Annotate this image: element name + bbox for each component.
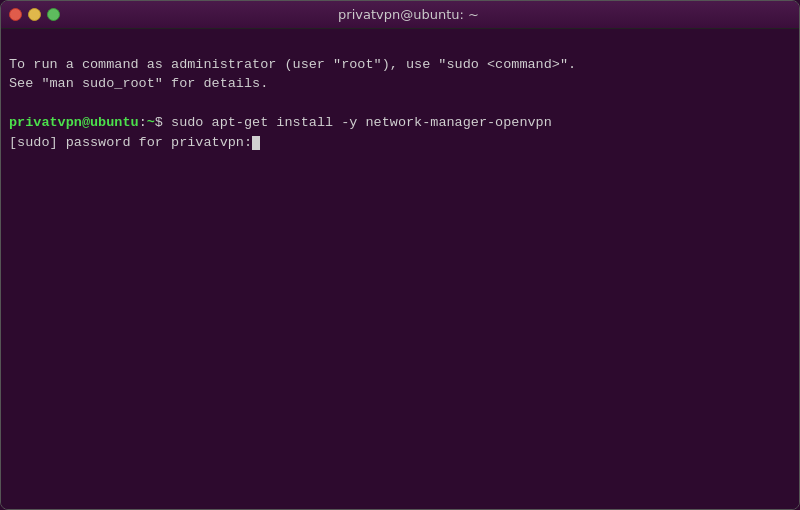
minimize-button[interactable] [28, 8, 41, 21]
command-line: privatvpn@ubuntu:~$ sudo apt-get install… [9, 115, 552, 130]
info-line-1: To run a command as administrator (user … [9, 57, 576, 72]
sudo-prompt-line: [sudo] password for privatvpn: [9, 135, 260, 150]
cursor [252, 136, 260, 150]
titlebar: privatvpn@ubuntu: ~ [1, 1, 799, 29]
prompt-dollar: $ [155, 115, 163, 130]
prompt-path: ~ [147, 115, 155, 130]
terminal-body[interactable]: To run a command as administrator (user … [1, 29, 799, 509]
info-line-2: See "man sudo_root" for details. [9, 76, 268, 91]
close-button[interactable] [9, 8, 22, 21]
blank-line [9, 96, 17, 111]
window-title: privatvpn@ubuntu: ~ [66, 7, 751, 22]
command-text: sudo apt-get install -y network-manager-… [163, 115, 552, 130]
terminal-window: privatvpn@ubuntu: ~ To run a command as … [0, 0, 800, 510]
maximize-button[interactable] [47, 8, 60, 21]
prompt-user: privatvpn@ubuntu [9, 115, 139, 130]
